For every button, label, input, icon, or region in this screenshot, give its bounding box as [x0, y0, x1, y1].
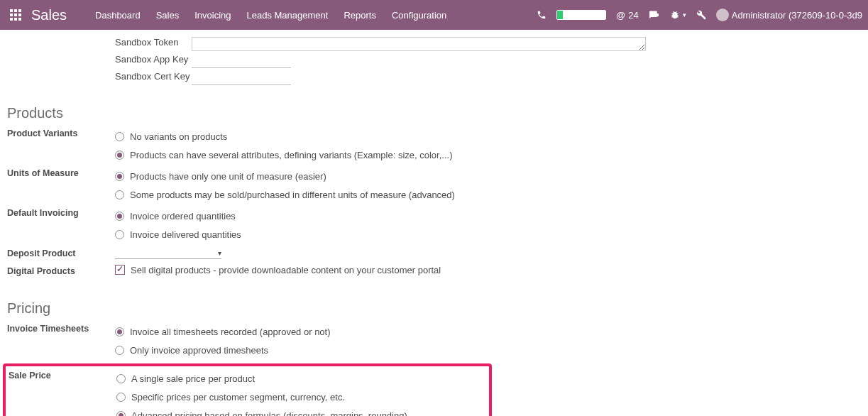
user-menu[interactable]: Administrator (372609-10-0-3d9: [716, 9, 862, 21]
settings-content: Sandbox Token Sandbox App Key Sandbox Ce…: [0, 30, 868, 416]
checkbox-digital-products[interactable]: [115, 265, 125, 275]
radio-variants-none[interactable]: [115, 132, 124, 141]
sandbox-token-label: Sandbox Token: [115, 37, 192, 48]
menu-reports[interactable]: Reports: [344, 10, 376, 21]
menu-invoicing[interactable]: Invoicing: [194, 10, 231, 21]
section-products: Products: [7, 105, 861, 121]
sandbox-appkey-label: Sandbox App Key: [115, 54, 192, 65]
opt-digital-products: Sell digital products - provide download…: [131, 265, 441, 275]
menu-configuration[interactable]: Configuration: [392, 10, 446, 21]
menu-sales[interactable]: Sales: [156, 10, 180, 21]
svg-rect-7: [14, 18, 17, 21]
top-navbar: Sales Dashboard Sales Invoicing Leads Ma…: [0, 0, 868, 30]
opt-invoicing-ordered: Invoice ordered quantities: [130, 211, 236, 221]
main-menu: Dashboard Sales Invoicing Leads Manageme…: [95, 10, 537, 21]
label-units-of-measure: Units of Measure: [7, 168, 115, 178]
radio-sp-segment[interactable]: [116, 393, 126, 402]
apps-icon[interactable]: [6, 5, 26, 25]
sandbox-certkey-input[interactable]: [192, 71, 291, 85]
opt-uom-single: Products have only one unit of measure (…: [130, 171, 326, 182]
phone-icon[interactable]: [537, 10, 546, 20]
messages-count: 24: [628, 10, 638, 21]
svg-rect-0: [10, 9, 13, 12]
section-pricing: Pricing: [7, 300, 861, 317]
avatar: [716, 9, 729, 21]
opt-sp-segment: Specific prices per customer segment, cu…: [131, 392, 345, 403]
svg-rect-1: [14, 9, 17, 12]
label-default-invoicing: Default Invoicing: [7, 208, 115, 218]
sandbox-certkey-label: Sandbox Cert Key: [115, 71, 192, 82]
highlight-sale-price: Sale Price A single sale price per produ…: [3, 363, 492, 416]
radio-sp-advanced[interactable]: [116, 411, 126, 417]
radio-invoicing-ordered[interactable]: [115, 212, 124, 221]
chevron-down-icon: ▾: [218, 249, 221, 257]
tools-icon[interactable]: [696, 10, 706, 20]
user-label: Administrator (372609-10-0-3d9: [732, 10, 862, 21]
opt-variants-multi: Products can have several attributes, de…: [130, 150, 453, 160]
radio-uom-multi[interactable]: [115, 190, 124, 199]
progress-indicator[interactable]: [556, 10, 606, 20]
deposit-product-select[interactable]: ▾: [115, 248, 221, 259]
label-product-variants: Product Variants: [7, 128, 115, 138]
radio-ts-all[interactable]: [115, 327, 124, 336]
opt-invoicing-delivered: Invoice delivered quantities: [130, 229, 241, 240]
opt-ts-approved: Only invoice approved timesheets: [130, 345, 268, 356]
debug-icon[interactable]: ▾: [670, 10, 686, 20]
opt-sp-advanced: Advanced pricing based on formulas (disc…: [131, 410, 407, 417]
brand-title[interactable]: Sales: [31, 7, 67, 23]
svg-rect-8: [18, 18, 21, 21]
opt-ts-all: Invoice all timesheets recorded (approve…: [130, 327, 331, 337]
label-invoice-timesheets: Invoice Timesheets: [7, 324, 115, 334]
sandbox-appkey-input[interactable]: [192, 54, 291, 68]
label-deposit-product: Deposit Product: [7, 248, 115, 258]
svg-rect-4: [14, 13, 17, 16]
label-digital-products: Digital Products: [7, 266, 115, 276]
opt-variants-none: No variants on products: [130, 131, 227, 142]
radio-ts-approved[interactable]: [115, 346, 124, 355]
menu-dashboard[interactable]: Dashboard: [95, 10, 141, 21]
svg-rect-5: [18, 13, 21, 16]
svg-rect-2: [18, 9, 21, 12]
label-sale-price: Sale Price: [9, 371, 116, 381]
sandbox-token-input[interactable]: [192, 37, 646, 51]
topbar-right: @24 ▾ Administrator (372609-10-0-3d9: [537, 9, 862, 21]
chat-icon[interactable]: [649, 10, 660, 20]
menu-leads-management[interactable]: Leads Management: [246, 10, 328, 21]
opt-sp-single: A single sale price per product: [131, 373, 255, 384]
messages-indicator[interactable]: @24: [616, 10, 639, 21]
radio-sp-single[interactable]: [116, 374, 126, 383]
radio-invoicing-delivered[interactable]: [115, 230, 124, 239]
radio-variants-multi[interactable]: [115, 150, 124, 160]
svg-rect-3: [10, 13, 13, 16]
radio-uom-single[interactable]: [115, 172, 124, 181]
opt-uom-multi: Some products may be sold/purchased in d…: [130, 190, 455, 200]
svg-rect-6: [10, 18, 13, 21]
